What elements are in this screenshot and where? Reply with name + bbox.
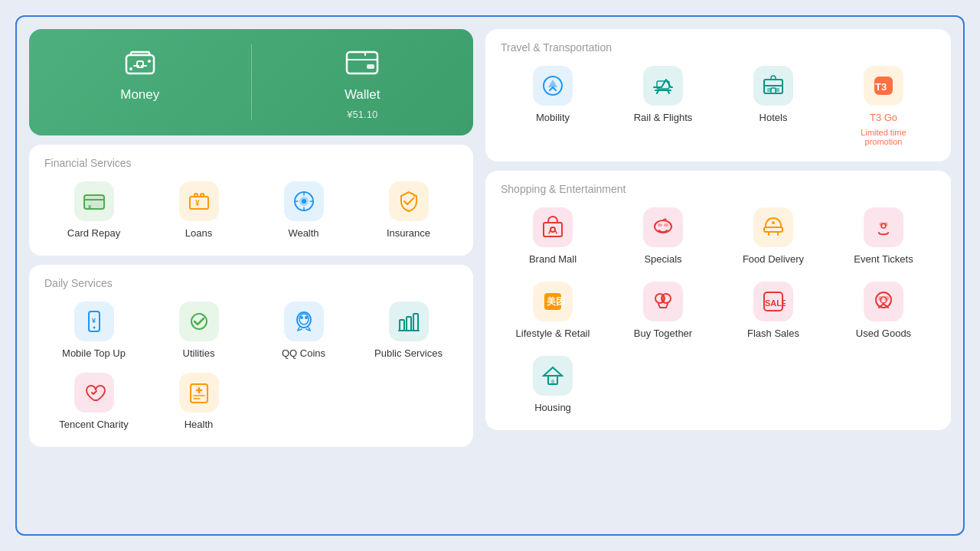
svg-rect-31 <box>771 88 776 93</box>
qq-coins-label: QQ Coins <box>282 347 325 360</box>
svg-point-21 <box>305 316 308 319</box>
tencent-charity-label: Tencent Charity <box>59 419 128 432</box>
svg-point-36 <box>655 220 671 233</box>
svg-point-2 <box>148 60 151 63</box>
health-item[interactable]: Health <box>149 373 248 432</box>
daily-services-title: Daily Services <box>44 277 458 289</box>
wealth-label: Wealth <box>288 227 318 240</box>
svg-text:¥: ¥ <box>88 204 92 210</box>
specials-icon <box>643 207 683 247</box>
wealth-icon <box>284 181 324 221</box>
wallet-balance: ¥51.10 <box>347 109 377 120</box>
app-container: Money Wallet ¥51.10 Financial Services <box>15 15 965 536</box>
public-services-label: Public Services <box>374 347 443 360</box>
health-icon <box>179 373 219 412</box>
mobile-topup-icon: ¥ <box>74 302 114 341</box>
utilities-item[interactable]: Utilities <box>149 302 248 360</box>
financial-services-card: Financial Services ¥ Card Repay <box>29 145 473 256</box>
mobility-item[interactable]: Mobility <box>501 66 605 146</box>
buy-together-label: Buy Together <box>634 328 692 341</box>
travel-section-title: Travel & Transportation <box>501 41 936 54</box>
flash-sales-icon: SALE <box>753 282 793 321</box>
svg-rect-1 <box>137 61 143 67</box>
right-panel: Travel & Transportation Mobility <box>485 29 951 522</box>
t3go-label: T3 Go <box>870 112 897 125</box>
brand-mall-label: Brand Mall <box>529 253 577 266</box>
public-services-item[interactable]: Public Services <box>359 302 458 360</box>
money-section[interactable]: Money <box>29 44 251 120</box>
hotels-item[interactable]: Hotels <box>721 66 825 146</box>
event-tickets-icon <box>864 207 903 247</box>
svg-point-37 <box>658 223 662 227</box>
top-card: Money Wallet ¥51.10 <box>29 29 473 135</box>
mobile-topup-item[interactable]: ¥ Mobile Top Up <box>44 302 143 360</box>
tencent-charity-item[interactable]: Tencent Charity <box>44 373 143 432</box>
tencent-charity-icon <box>74 373 114 412</box>
housing-icon <box>533 356 573 396</box>
shopping-row1: Brand Mall Specials <box>501 207 936 266</box>
insurance-item[interactable]: Insurance <box>359 181 458 240</box>
svg-point-38 <box>664 223 668 227</box>
mobility-icon <box>533 66 573 106</box>
loans-icon: ¥ <box>179 181 219 221</box>
flash-sales-item[interactable]: SALE Flash Sales <box>721 282 825 341</box>
svg-text:¥: ¥ <box>92 317 96 324</box>
brand-mall-icon <box>533 207 573 247</box>
financial-services-title: Financial Services <box>44 157 458 169</box>
svg-rect-5 <box>367 64 374 69</box>
svg-rect-0 <box>126 55 154 73</box>
wealth-item[interactable]: Wealth <box>254 181 353 240</box>
left-panel: Money Wallet ¥51.10 Financial Services <box>29 29 473 522</box>
daily-services-card: Daily Services ¥ Mobile Top Up <box>29 265 473 447</box>
svg-text:¥: ¥ <box>195 199 200 207</box>
loans-item[interactable]: ¥ Loans <box>149 181 248 240</box>
lifestyle-retail-item[interactable]: 美团 Lifestyle & Retail <box>501 282 605 341</box>
svg-text:美团: 美团 <box>546 296 565 307</box>
svg-point-52 <box>876 292 891 308</box>
shopping-row2: 美团 Lifestyle & Retail Buy Tog <box>501 282 936 341</box>
wallet-section[interactable]: Wallet ¥51.10 <box>251 44 474 120</box>
mobile-topup-label: Mobile Top Up <box>62 347 126 360</box>
specials-item[interactable]: Specials <box>611 207 715 266</box>
buy-together-item[interactable]: Buy Together <box>611 282 715 341</box>
money-icon <box>122 44 158 81</box>
travel-section-card: Travel & Transportation Mobility <box>485 29 951 161</box>
svg-rect-4 <box>347 52 377 73</box>
buy-together-icon <box>643 282 683 321</box>
housing-label: Housing <box>534 402 571 415</box>
mobility-label: Mobility <box>536 112 570 125</box>
brand-mall-item[interactable]: Brand Mall <box>501 207 605 266</box>
wallet-icon <box>344 44 381 81</box>
housing-item[interactable]: Housing <box>501 356 605 415</box>
svg-point-40 <box>772 221 775 224</box>
svg-point-16 <box>93 326 95 328</box>
card-repay-item[interactable]: ¥ Card Repay <box>44 181 143 240</box>
event-tickets-label: Event Tickets <box>854 253 913 266</box>
rail-flights-item[interactable]: Rail & Flights <box>611 66 715 146</box>
card-repay-icon: ¥ <box>74 181 114 221</box>
svg-point-20 <box>300 316 303 319</box>
money-label: Money <box>120 87 159 103</box>
qq-coins-item[interactable]: QQ Coins <box>254 302 353 360</box>
daily-services-grid: ¥ Mobile Top Up Utilities <box>44 302 458 432</box>
svg-rect-24 <box>413 314 418 331</box>
insurance-label: Insurance <box>387 227 430 240</box>
food-delivery-item[interactable]: Food Delivery <box>721 207 825 266</box>
event-tickets-item[interactable]: Event Tickets <box>831 207 936 266</box>
used-goods-item[interactable]: Used Goods <box>831 282 936 341</box>
qq-coins-icon <box>284 302 324 341</box>
specials-label: Specials <box>644 253 681 266</box>
rail-flights-icon <box>643 66 683 106</box>
t3go-item[interactable]: T3 T3 Go Limited timepromotion <box>831 66 936 146</box>
utilities-icon <box>179 302 219 341</box>
t3go-sublabel: Limited timepromotion <box>861 128 906 146</box>
svg-rect-22 <box>400 320 404 331</box>
t3go-icon: T3 <box>864 66 903 106</box>
food-delivery-label: Food Delivery <box>743 253 804 266</box>
svg-rect-23 <box>407 317 411 331</box>
wallet-label: Wallet <box>345 87 381 103</box>
svg-text:SALE: SALE <box>765 298 786 308</box>
shopping-section-title: Shopping & Entertainment <box>501 183 936 195</box>
travel-grid: Mobility Rail & Flights <box>501 66 936 146</box>
lifestyle-retail-icon: 美团 <box>533 282 573 321</box>
